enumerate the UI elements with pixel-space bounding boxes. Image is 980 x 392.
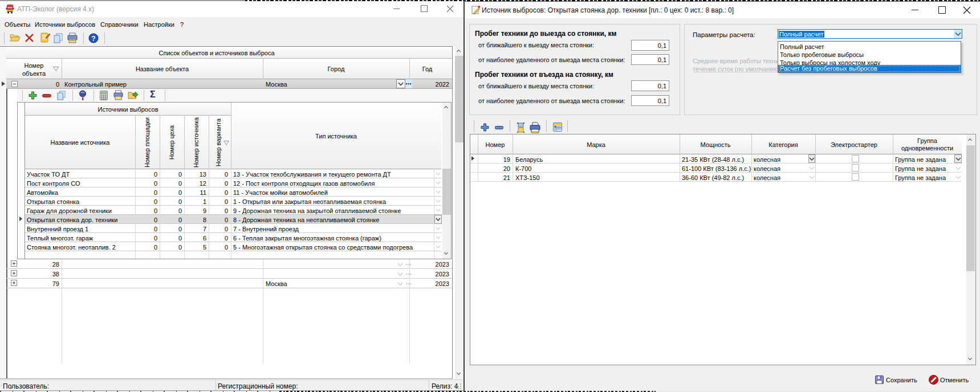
svg-text:?: ? — [91, 35, 95, 43]
